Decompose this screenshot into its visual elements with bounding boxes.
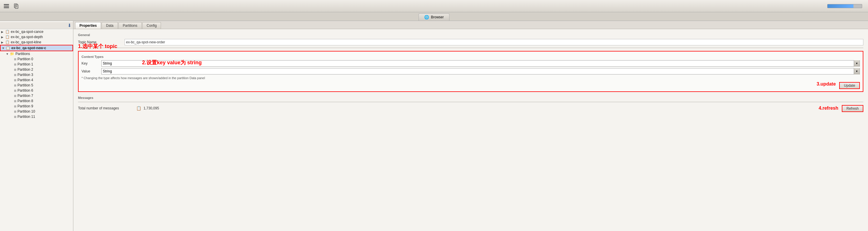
sidebar-item-depth[interactable]: ▶ 📋 ex-bc_qa-spot-depth: [0, 34, 73, 40]
partition-item-9[interactable]: ⊞ Partition 9: [0, 104, 73, 109]
tab-partitions[interactable]: Partitions: [119, 22, 142, 29]
divider: [78, 48, 863, 48]
tab-properties[interactable]: Properties: [75, 22, 101, 29]
total-messages-label: Total number of messages: [78, 106, 136, 110]
update-button[interactable]: Update: [839, 82, 860, 89]
toolbar: [0, 0, 868, 12]
value-label: Value: [82, 69, 99, 73]
svg-rect-4: [15, 5, 18, 8]
messages-divider: [78, 102, 863, 102]
main-area: ⬇ ▶ 📋 ex-bc_qa-spot-cance ▶ 📋 ex-bc_qa-s…: [0, 21, 868, 231]
general-section-header: General: [78, 33, 863, 37]
partition-icon: ⊞: [14, 99, 16, 103]
browser-tab-icon: 🌐: [424, 15, 429, 20]
partition-icon: ⊞: [14, 89, 16, 92]
partition-item-1[interactable]: ⊞ Partition 1: [0, 62, 73, 67]
key-label: Key: [82, 61, 99, 65]
messages-header: Messages: [78, 96, 863, 99]
sidebar-partitions-group[interactable]: ▼ 📁 Partitions: [0, 51, 73, 57]
toggle-icon: ▶: [1, 41, 5, 44]
partition-label: Partition 8: [18, 99, 33, 103]
partition-item-4[interactable]: ⊞ Partition 4: [0, 77, 73, 82]
value-select-value: String: [101, 69, 854, 73]
partition-item-7[interactable]: ⊞ Partition 7: [0, 93, 73, 98]
partition-icon: ⊞: [14, 115, 16, 119]
topic-icon: 📋: [5, 30, 10, 34]
key-select-dropdown[interactable]: ▼: [854, 60, 860, 67]
panel-content: General Topic Name Content Types Key: [73, 29, 868, 231]
toolbar-icon-2[interactable]: [12, 2, 20, 10]
content-types-header: Content Types: [82, 55, 860, 59]
content-types-wrapper: Content Types Key String ▼ Value: [78, 51, 863, 92]
key-select-wrapper: String ▼: [101, 60, 860, 67]
value-select-wrapper: String ▼: [101, 68, 860, 74]
copy-icon[interactable]: 📋: [136, 106, 141, 110]
partition-item-6[interactable]: ⊞ Partition 6: [0, 88, 73, 93]
note-text: * Changing the type affects how messages…: [82, 76, 860, 80]
partition-icon: ⊞: [14, 68, 16, 71]
browser-tab[interactable]: 🌐 Browser: [418, 13, 449, 21]
key-select-value: String: [101, 61, 854, 65]
partition-icon: ⊞: [14, 84, 16, 87]
folder-icon: 📁: [10, 52, 14, 56]
annotation-step1: 1.选中某个 topic: [78, 43, 117, 50]
progress-bar: [827, 4, 862, 8]
value-row: Value String ▼: [82, 68, 860, 74]
sidebar-item-label: ex-bc_qa-spot-new-c: [11, 46, 46, 50]
update-row: 3.update Update: [82, 81, 860, 89]
partition-item-8[interactable]: ⊞ Partition 8: [0, 98, 73, 104]
topic-icon: 📋: [6, 46, 10, 50]
value-select-dropdown[interactable]: ▼: [854, 68, 860, 74]
partition-label: Partition 7: [18, 94, 33, 98]
sidebar-item-cancel[interactable]: ▶ 📋 ex-bc_qa-spot-cance: [0, 29, 73, 34]
sidebar: ⬇ ▶ 📋 ex-bc_qa-spot-cance ▶ 📋 ex-bc_qa-s…: [0, 21, 73, 231]
toggle-icon: ▶: [1, 35, 5, 39]
toolbar-icon-1[interactable]: [2, 2, 10, 10]
topic-name-input[interactable]: [125, 39, 863, 45]
topic-icon: 📋: [5, 35, 10, 39]
sidebar-item-label: ex-bc_qa-spot-depth: [11, 35, 43, 39]
topic-icon: 📋: [5, 40, 10, 44]
sidebar-item-label: ex-bc_qa-spot-cance: [11, 30, 43, 34]
partition-icon: ⊞: [14, 63, 16, 66]
sidebar-item-new-order[interactable]: ▼ 📋 ex-bc_qa-spot-new-c: [0, 45, 73, 51]
content-types-section: Content Types Key String ▼ Value: [78, 51, 863, 92]
messages-section: Messages Total number of messages 📋 1,73…: [78, 96, 863, 112]
topic-name-row: Topic Name: [78, 39, 863, 45]
partition-label: Partition 1: [18, 62, 33, 66]
partition-item-2[interactable]: ⊞ Partition 2: [0, 67, 73, 72]
total-messages-value: 1,730,095: [144, 106, 159, 110]
sidebar-item-kline[interactable]: ▶ 📋 ex-bc_qa-spot-kline: [0, 40, 73, 45]
partition-item-11[interactable]: ⊞ Partition 11: [0, 114, 73, 119]
progress-bar-fill: [828, 4, 854, 8]
partition-item-10[interactable]: ⊞ Partition 10: [0, 109, 73, 114]
tab-data[interactable]: Data: [101, 22, 118, 29]
partition-item-3[interactable]: ⊞ Partition 3: [0, 72, 73, 77]
partition-item-5[interactable]: ⊞ Partition 5: [0, 82, 73, 88]
toggle-icon: ▼: [6, 53, 10, 56]
right-panel: Properties Data Partitions Config Genera…: [73, 21, 868, 231]
sidebar-expand-icon[interactable]: ⬇: [67, 23, 71, 28]
partition-label: Partition 5: [18, 83, 33, 87]
tab-config[interactable]: Config: [142, 22, 161, 29]
partition-item-0[interactable]: ⊞ Partition 0: [0, 57, 73, 62]
browser-tab-label: Browser: [431, 15, 444, 19]
partition-label: Partition 2: [18, 67, 33, 72]
partition-label: Partition 9: [18, 104, 33, 108]
partition-label: Partition 10: [18, 109, 35, 113]
refresh-button[interactable]: Refresh: [842, 105, 863, 112]
sidebar-item-label: ex-bc_qa-spot-kline: [11, 40, 41, 44]
sidebar-header: ⬇: [0, 22, 73, 29]
partition-label: Partition 6: [18, 89, 33, 93]
toggle-icon: ▼: [2, 46, 6, 50]
annotation-step3: 3.update: [817, 81, 836, 89]
partition-icon: ⊞: [14, 58, 16, 61]
svg-rect-2: [4, 7, 9, 8]
partition-icon: ⊞: [14, 73, 16, 76]
partition-icon: ⊞: [14, 78, 16, 82]
svg-rect-0: [4, 4, 9, 5]
partition-label: Partition 0: [18, 57, 33, 61]
partition-icon: ⊞: [14, 94, 16, 97]
partition-label: Partition 4: [18, 78, 33, 82]
annotation-step2: 2.设置key value为 string: [142, 59, 202, 66]
